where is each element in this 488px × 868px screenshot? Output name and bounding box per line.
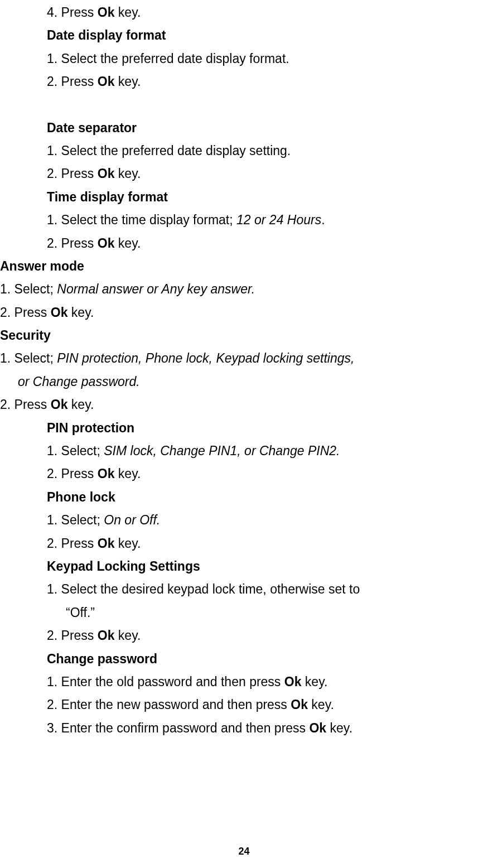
text-line: “Off.” bbox=[0, 601, 488, 624]
text-segment: Ok bbox=[98, 236, 115, 250]
text-line: Phone lock bbox=[0, 486, 488, 509]
text-segment: Date display format bbox=[47, 28, 166, 42]
text-line: 1. Enter the old password and then press… bbox=[0, 671, 488, 693]
text-line: 1. Select the desired keypad lock time, … bbox=[0, 578, 488, 601]
text-line: Keypad Locking Settings bbox=[0, 555, 488, 578]
text-segment: Ok bbox=[98, 5, 115, 20]
text-line: 2. Press Ok key. bbox=[0, 301, 488, 324]
text-line: or Change password. bbox=[0, 370, 488, 393]
text-line: 1. Select the preferred date display set… bbox=[0, 139, 488, 162]
text-segment: 2. Enter the new password and then press bbox=[47, 697, 291, 712]
text-segment: Ok bbox=[98, 166, 115, 181]
text-segment: Change password bbox=[47, 652, 157, 666]
text-segment: 2. Press bbox=[47, 536, 98, 551]
text-segment: 1. Select; bbox=[47, 513, 104, 527]
text-segment: 3. Enter the confirm password and then p… bbox=[47, 721, 309, 735]
text-line: Date separator bbox=[0, 117, 488, 139]
text-segment: 1. Select the time display format; bbox=[47, 213, 236, 227]
text-segment: 1. Enter the old password and then press bbox=[47, 674, 284, 689]
text-line: 1. Select; SIM lock, Change PIN1, or Cha… bbox=[0, 440, 488, 462]
text-segment: Ok bbox=[51, 397, 68, 412]
text-line: 2. Press Ok key. bbox=[0, 232, 488, 255]
text-line: Time display format bbox=[0, 186, 488, 209]
text-segment: Ok bbox=[51, 305, 68, 320]
text-segment: 1. Select the desired keypad lock time, … bbox=[47, 582, 360, 596]
text-segment: 2. Press bbox=[47, 236, 98, 250]
text-line: 1. Select; On or Off. bbox=[0, 509, 488, 532]
text-segment: SIM lock, Change PIN1, or Change PIN2. bbox=[104, 443, 340, 458]
text-segment: Keypad Locking Settings bbox=[47, 559, 200, 573]
text-segment: On or Off. bbox=[104, 513, 160, 527]
text-line: 4. Press Ok key. bbox=[0, 1, 488, 24]
text-segment: Ok bbox=[98, 628, 115, 643]
text-segment: key. bbox=[308, 697, 334, 712]
text-segment: 2. Press bbox=[47, 74, 98, 89]
text-segment: Normal answer or Any key answer. bbox=[57, 282, 255, 296]
text-line: 1. Select the time display format; 12 or… bbox=[0, 209, 488, 232]
text-segment: 2. Press bbox=[0, 397, 51, 412]
text-segment: key. bbox=[67, 305, 94, 320]
text-segment: 1. Select; bbox=[47, 443, 104, 458]
text-segment: 1. Select; bbox=[0, 282, 57, 296]
text-segment: 12 or 24 Hours bbox=[236, 213, 321, 227]
text-line: 2. Press Ok key. bbox=[0, 162, 488, 185]
text-segment: Ok bbox=[309, 721, 326, 735]
text-line: 2. Enter the new password and then press… bbox=[0, 693, 488, 716]
text-segment: 1. Select; bbox=[0, 351, 57, 365]
text-segment: 2. Press bbox=[47, 628, 98, 643]
text-line: Change password bbox=[0, 648, 488, 671]
text-line: Security bbox=[0, 324, 488, 347]
text-segment: Date separator bbox=[47, 120, 137, 135]
text-segment: 1. Select the preferred date display for… bbox=[47, 51, 289, 66]
text-line: 2. Press Ok key. bbox=[0, 70, 488, 93]
text-segment: key. bbox=[114, 236, 141, 250]
text-line: 1. Select; Normal answer or Any key answ… bbox=[0, 278, 488, 301]
text-segment: Phone lock bbox=[47, 490, 115, 504]
text-segment: 2. Press bbox=[47, 466, 98, 481]
text-segment: 2. Press bbox=[0, 305, 51, 320]
text-segment: PIN protection, Phone lock, Keypad locki… bbox=[57, 351, 354, 365]
text-segment: Ok bbox=[98, 536, 115, 551]
text-line: Date display format bbox=[0, 24, 488, 47]
blank-line bbox=[0, 94, 488, 117]
text-segment: key. bbox=[67, 397, 94, 412]
document-content: 4. Press Ok key.Date display format1. Se… bbox=[0, 0, 488, 740]
text-line: 1. Select the preferred date display for… bbox=[0, 47, 488, 70]
text-segment: Ok bbox=[291, 697, 308, 712]
text-segment: key. bbox=[114, 536, 141, 551]
text-segment: “Off.” bbox=[66, 605, 95, 620]
text-segment: PIN protection bbox=[47, 421, 134, 435]
text-segment: 1. Select the preferred date display set… bbox=[47, 143, 291, 158]
text-segment: 4. Press bbox=[47, 5, 98, 20]
text-line: 2. Press Ok key. bbox=[0, 393, 488, 416]
text-segment: Ok bbox=[98, 74, 115, 89]
text-segment: or Change password. bbox=[18, 374, 140, 389]
text-segment: 2. Press bbox=[47, 166, 98, 181]
text-line: 3. Enter the confirm password and then p… bbox=[0, 717, 488, 740]
text-line: 2. Press Ok key. bbox=[0, 532, 488, 555]
text-segment: Ok bbox=[284, 674, 302, 689]
text-segment: Security bbox=[0, 328, 51, 343]
text-line: Answer mode bbox=[0, 255, 488, 278]
text-segment: Answer mode bbox=[0, 259, 84, 273]
text-segment: key. bbox=[114, 466, 141, 481]
text-segment: Time display format bbox=[47, 190, 168, 204]
text-segment: key. bbox=[114, 74, 141, 89]
text-segment: . bbox=[321, 213, 325, 227]
text-segment: key. bbox=[114, 5, 141, 20]
text-line: 2. Press Ok key. bbox=[0, 462, 488, 485]
text-line: PIN protection bbox=[0, 417, 488, 440]
text-line: 1. Select; PIN protection, Phone lock, K… bbox=[0, 347, 488, 370]
text-segment: key. bbox=[301, 674, 327, 689]
page-number: 24 bbox=[0, 842, 488, 860]
text-segment: key. bbox=[114, 628, 141, 643]
text-line: 2. Press Ok key. bbox=[0, 624, 488, 647]
text-segment: key. bbox=[114, 166, 141, 181]
text-segment: Ok bbox=[98, 466, 115, 481]
text-segment: key. bbox=[326, 721, 352, 735]
